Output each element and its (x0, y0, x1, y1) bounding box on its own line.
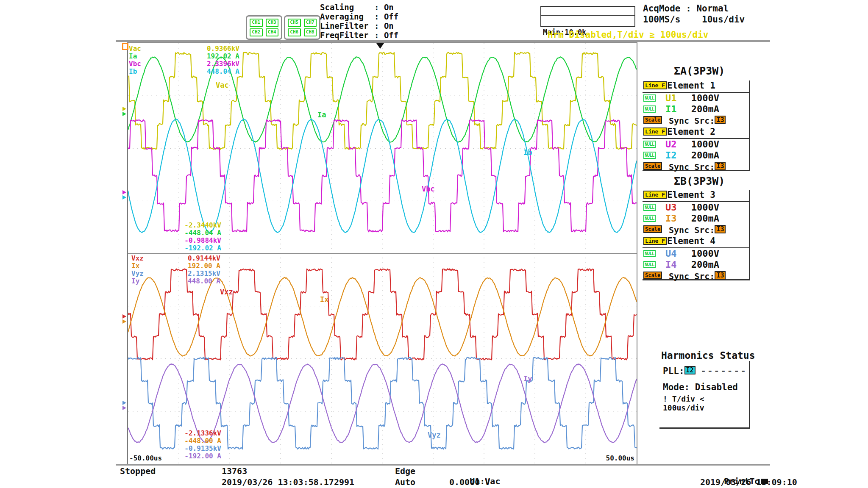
channel-badge-ch4[interactable]: CH4 (266, 28, 279, 37)
scale-badge[interactable]: Scale (643, 272, 662, 279)
acquisition-settings-list: Scaling: OnAveraging: OffLineFilter: OnF… (320, 3, 398, 40)
channel-badge-ch3[interactable]: CH3 (266, 19, 279, 27)
harmonics-mode-text: Mode: Disabled (663, 382, 738, 392)
null-badge[interactable]: NULL (643, 105, 656, 113)
measure-block-mid-labeled: Vxz0.9144kVIx192.00 AVyz2.1315kVIy448.00… (131, 255, 220, 285)
measure-min-value: -192.02 A (170, 244, 221, 252)
channel-position-marker[interactable] (122, 406, 126, 410)
pll-row: PLL:I2 ------- (663, 366, 747, 376)
sync-source-label: Sync Src: (669, 225, 715, 235)
channel-name: I3 (665, 213, 677, 224)
wiring-group-b-title: ΣB(3P3W) (674, 175, 725, 187)
trigger-position-marker[interactable] (376, 43, 384, 53)
element-channel-row-i1: NULLI1200mA (643, 104, 749, 115)
setting-label: LineFilter (320, 21, 374, 30)
time-axis-left-label: -50.00us (129, 454, 162, 462)
element-name: Element 4 (667, 236, 715, 246)
channel-position-marker[interactable] (122, 401, 126, 405)
channel-badge-ch5[interactable]: CH5 (288, 19, 301, 27)
line-filter-badge[interactable]: Line F (643, 191, 667, 199)
channel-badge-ch6[interactable]: CH6 (288, 28, 301, 37)
null-badge[interactable]: NULL (643, 94, 656, 102)
setting-value: : On (374, 21, 394, 30)
harmonics-warning-text: Hrm Disabled,T/div ≥ 100us/div (548, 30, 708, 40)
element-name: Element 2 (667, 127, 715, 137)
sync-source-label: Sync Src: (669, 271, 715, 281)
sync-source-text: Sync Src:I3 (669, 116, 726, 126)
setting-row-averaging: Averaging: Off (320, 12, 398, 21)
channel-position-marker[interactable] (122, 112, 126, 116)
line-filter-badge[interactable]: Line F (643, 81, 667, 89)
channel-name: I1 (665, 104, 677, 114)
setting-label: Averaging (320, 12, 374, 21)
line-filter-badge[interactable]: Line F (643, 237, 667, 245)
pll-source-badge[interactable]: I2 (684, 366, 696, 374)
sync-source-text: Sync Src:I3 (669, 225, 726, 235)
trace-label-iy: Iy (523, 375, 532, 383)
sync-source-badge[interactable]: I3 (715, 225, 726, 233)
channel-badge-ch7[interactable]: CH7 (304, 19, 317, 27)
scale-badge[interactable]: Scale (643, 116, 662, 124)
channel-group-box-1: CH1CH3CH2CH4 (246, 15, 282, 40)
trace-label-vbc: Vbc (422, 186, 435, 193)
run-state-label: Stopped (120, 466, 156, 476)
null-badge[interactable]: NULL (643, 215, 656, 222)
power-analyzer-screen: CH1CH3CH2CH4 CH5CH7CH6CH8 Scaling: OnAve… (0, 0, 868, 488)
channel-range-value: 1000V (691, 93, 719, 103)
setting-label: FreqFilter (320, 30, 374, 40)
acquisition-datetime: 2019/03/26 13:03:58.172991 (222, 477, 354, 487)
sync-source-badge[interactable]: I3 (715, 162, 726, 170)
trace-label-ix: Ix (320, 296, 328, 303)
sync-source-row: ScaleSync Src:I3 (643, 270, 749, 282)
element-channel-row-i4: NULLI4200mA (643, 259, 749, 270)
channel-position-marker[interactable] (122, 319, 126, 324)
measure-value: 2.1315kV (188, 270, 220, 277)
harmonics-status-title: Harmonics Status (661, 350, 755, 361)
null-badge[interactable]: NULL (643, 152, 656, 159)
line-filter-badge[interactable]: Line F (643, 128, 667, 136)
null-badge[interactable]: NULL (643, 141, 656, 148)
channel-range-value: 1000V (691, 139, 719, 150)
channel-badge-ch8[interactable]: CH8 (304, 28, 317, 37)
measure-value: 0.9144kV (188, 255, 220, 262)
acq-mode-label: AcqMode : Normal (643, 3, 729, 14)
trace-label-vxz: Vxz (220, 288, 233, 296)
measure-row-vyz: Vyz2.1315kV (131, 270, 220, 277)
channel-badge-ch1[interactable]: CH1 (250, 19, 263, 27)
sync-source-badge[interactable]: I3 (715, 271, 726, 280)
measure-label: Vyz (131, 270, 144, 277)
null-badge[interactable]: NULL (643, 204, 656, 211)
sync-source-row: ScaleSync Src:I3 (643, 115, 749, 127)
measure-min-value: -2.3440kV (170, 222, 221, 229)
element-header-element-4: Line FElement 4 (643, 236, 749, 248)
measure-row-vbc: Vbc2.3396kV (129, 60, 239, 68)
acquisition-count: 13763 (222, 466, 247, 476)
measure-row-ia: Ia192.02 A (129, 53, 239, 60)
harmonics-tdiv-warning: ! T/div < 100us/div (663, 394, 749, 412)
header-separator (116, 40, 770, 42)
setting-row-linefilter: LineFilter: On (320, 21, 398, 30)
setting-value: : Off (374, 30, 398, 40)
measure-row-vac: Vac0.9366kV (129, 45, 239, 53)
sync-source-badge[interactable]: I3 (715, 116, 726, 124)
channel-position-marker[interactable] (122, 190, 126, 194)
time-axis-right-label: 50.00us (596, 454, 634, 462)
channel-position-marker[interactable] (122, 107, 126, 111)
trigger-level-label: 0.0000 V (449, 477, 490, 487)
null-badge[interactable]: NULL (643, 250, 656, 257)
measure-row-ib: Ib448.04 A (129, 68, 239, 75)
channel-position-marker[interactable] (122, 195, 126, 200)
channel-name: I2 (665, 150, 677, 161)
measure-value: 192.00 A (188, 262, 220, 270)
scale-badge[interactable]: Scale (643, 225, 662, 233)
channel-range-value: 200mA (691, 213, 719, 224)
measure-value: 448.00 A (188, 277, 220, 285)
element-channel-row-i2: NULLI2200mA (643, 150, 749, 161)
channel-position-marker[interactable] (122, 314, 126, 319)
scale-badge[interactable]: Scale (643, 162, 662, 170)
null-badge[interactable]: NULL (643, 261, 656, 268)
print-datetime: 2019/03/26 13:09:10 (700, 477, 797, 487)
measure-row-iy: Iy448.00 A (131, 277, 220, 285)
channel-badge-ch2[interactable]: CH2 (250, 28, 263, 37)
measure-label: Vac (129, 45, 141, 53)
